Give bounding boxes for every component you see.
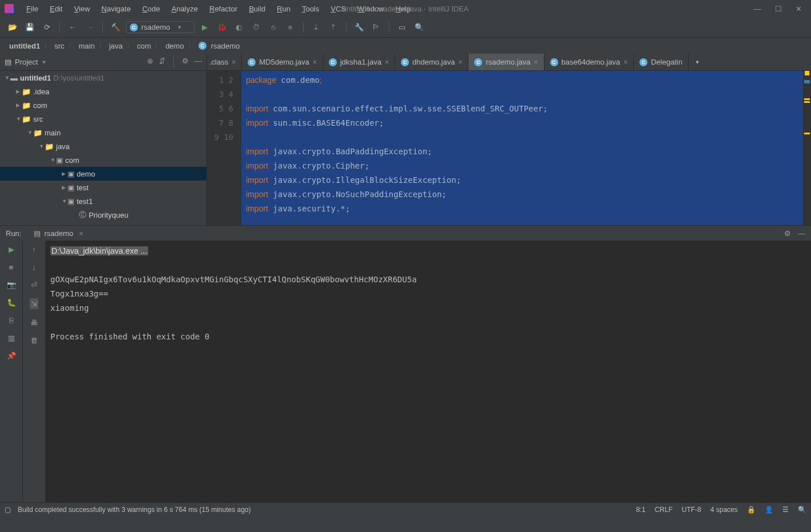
forward-icon[interactable]: →: [83, 21, 97, 34]
indent-setting[interactable]: 4 spaces: [710, 506, 738, 514]
tab-base64demo.java[interactable]: Cbase64demo.java×: [544, 54, 634, 70]
crumb-main[interactable]: main: [79, 42, 95, 50]
run-icon[interactable]: ▶: [198, 21, 212, 34]
crumb-rsademo[interactable]: rsademo: [211, 42, 240, 50]
close-icon[interactable]: ×: [534, 58, 538, 66]
file-encoding[interactable]: UTF-8: [682, 506, 701, 514]
locate-icon[interactable]: ⊕: [147, 57, 153, 68]
tabs-overflow-icon[interactable]: ▼: [689, 54, 706, 70]
vcs-update-icon[interactable]: ⇣: [309, 21, 323, 34]
stop-icon[interactable]: ■: [9, 263, 14, 271]
tree-item-test[interactable]: ▶▣test: [0, 181, 206, 194]
close-icon[interactable]: ×: [232, 58, 236, 66]
close-icon[interactable]: ✕: [796, 5, 802, 13]
lock-icon[interactable]: 🔒: [747, 506, 756, 514]
hide-icon[interactable]: —: [194, 57, 202, 68]
structure-icon[interactable]: 🏳: [369, 21, 383, 34]
wrap-icon[interactable]: ⏎: [31, 281, 37, 289]
close-icon[interactable]: ×: [385, 58, 389, 66]
menu-navigate[interactable]: Navigate: [96, 2, 136, 15]
save-icon[interactable]: 💾: [23, 21, 37, 34]
find-icon[interactable]: 🔍: [798, 506, 806, 514]
camera-icon[interactable]: 📷: [7, 281, 16, 289]
caret-position[interactable]: 8:1: [636, 506, 646, 514]
crumb-java[interactable]: java: [109, 42, 123, 50]
menu-build[interactable]: Build: [243, 2, 271, 15]
profile-icon[interactable]: ⏱: [249, 21, 263, 34]
maximize-icon[interactable]: ☐: [775, 5, 782, 13]
close-icon[interactable]: ×: [313, 58, 317, 66]
line-gutter: 1 2 3 4 5 6 7 8 9 10: [207, 71, 241, 225]
project-tool-title[interactable]: ▤Project▼: [5, 58, 46, 66]
trash-icon[interactable]: 🗑: [30, 336, 38, 345]
crumb-demo[interactable]: demo: [165, 42, 184, 50]
coverage-icon[interactable]: ◐: [232, 21, 246, 34]
crumb-com[interactable]: com: [137, 42, 152, 50]
scroll-icon[interactable]: ⇲: [30, 298, 38, 309]
tree-item-com[interactable]: ▶📁com: [0, 98, 206, 112]
tree-item-main[interactable]: ▼📁main: [0, 126, 206, 139]
tree-item-demo[interactable]: ▶▣demo: [0, 167, 206, 181]
line-ending[interactable]: CRLF: [655, 506, 673, 514]
close-icon[interactable]: ×: [79, 229, 84, 238]
menu-file[interactable]: File: [21, 2, 44, 15]
settings-icon[interactable]: 🔧: [352, 21, 366, 34]
crumb-src[interactable]: src: [54, 42, 64, 50]
rerun-icon[interactable]: ▶: [9, 245, 14, 254]
tab-rsademo.java[interactable]: Crsademo.java×: [468, 54, 544, 70]
dump-icon[interactable]: 🐛: [7, 298, 16, 307]
layout-icon[interactable]: ▥: [8, 334, 15, 342]
project-root[interactable]: ▼ ▬ untitled1 D:\yos\untitled1: [0, 71, 206, 85]
up-icon[interactable]: ↑: [32, 245, 36, 254]
avd-icon[interactable]: ▭: [395, 21, 409, 34]
tree-item-java[interactable]: ▼📁java: [0, 139, 206, 153]
menu-analyze[interactable]: Analyze: [166, 2, 204, 15]
menu-run[interactable]: Run: [271, 2, 296, 15]
project-tree[interactable]: ▼ ▬ untitled1 D:\yos\untitled1 ▶📁.idea▶📁…: [0, 71, 206, 222]
tree-item-Priorityqueu[interactable]: ⒸPriorityqueu: [0, 208, 206, 222]
search-icon[interactable]: 🔍: [412, 21, 426, 34]
menu-tools[interactable]: Tools: [296, 2, 325, 15]
tree-item-.idea[interactable]: ▶📁.idea: [0, 85, 206, 98]
tab-MD5demo.java[interactable]: CMD5demo.java×: [242, 54, 323, 70]
toggle-tools-icon[interactable]: ▢: [5, 506, 11, 514]
build-icon[interactable]: 🔨: [109, 21, 122, 34]
open-icon[interactable]: 📂: [6, 21, 19, 34]
tab-Delegatin[interactable]: CDelegatin: [634, 54, 689, 70]
down-icon[interactable]: ↓: [32, 263, 36, 271]
crumb-untitled1[interactable]: untitled1: [9, 42, 40, 50]
menu-refactor[interactable]: Refactor: [204, 2, 243, 15]
tab-.class[interactable]: .class×: [207, 54, 242, 70]
pin-icon[interactable]: 📌: [7, 351, 16, 360]
gear-icon[interactable]: ⚙: [182, 57, 189, 68]
inspect-icon[interactable]: 👤: [765, 506, 773, 514]
close-icon[interactable]: ×: [458, 58, 462, 66]
attach-icon[interactable]: ⎋: [267, 21, 280, 34]
tab-jdksha1.java[interactable]: Cjdksha1.java×: [323, 54, 395, 70]
back-icon[interactable]: ←: [66, 21, 79, 34]
tab-dhdemo.java[interactable]: Cdhdemo.java×: [395, 54, 468, 70]
sync-icon[interactable]: ⟳: [40, 21, 54, 34]
debug-icon[interactable]: 🐞: [215, 21, 229, 34]
menu-edit[interactable]: Edit: [44, 2, 68, 15]
gear-icon[interactable]: ⚙: [784, 229, 791, 238]
close-icon[interactable]: ×: [623, 58, 627, 66]
collapse-icon[interactable]: ⇵: [159, 57, 165, 68]
chevron-down-icon: ▼: [177, 25, 182, 30]
mem-icon[interactable]: ☰: [782, 506, 789, 514]
tree-item-src[interactable]: ▼📁src: [0, 112, 206, 126]
run-config-select[interactable]: C rsademo ▼: [126, 21, 194, 33]
run-tab[interactable]: ▤ rsademo ×: [27, 228, 90, 239]
tree-item-test1[interactable]: ▼▣test1: [0, 194, 206, 208]
minimize-icon[interactable]: —: [754, 5, 761, 13]
print-icon[interactable]: 🖶: [30, 318, 38, 327]
vcs-commit-icon[interactable]: ⇡: [327, 21, 340, 34]
stop-icon[interactable]: ■: [284, 21, 297, 34]
menu-view[interactable]: View: [68, 2, 96, 15]
code-editor[interactable]: package com.demo; import com.sun.scenari…: [241, 71, 803, 225]
menu-code[interactable]: Code: [137, 2, 166, 15]
tree-item-com[interactable]: ▼▣com: [0, 153, 206, 167]
run-output[interactable]: D:\Java_jdk\bin\java.exe ... gOXqwE2pNAI…: [46, 241, 811, 502]
exit-icon[interactable]: ⎘: [9, 316, 14, 325]
hide-icon[interactable]: —: [798, 229, 805, 238]
